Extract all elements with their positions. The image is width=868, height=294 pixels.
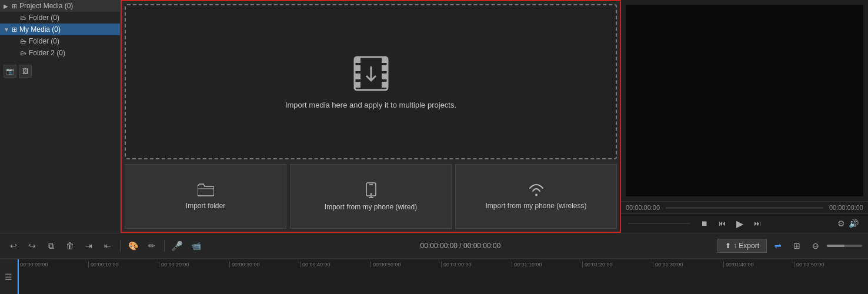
volume-icon[interactable]: 🔊 [849, 219, 859, 228]
image-icon[interactable]: 🖼 [19, 65, 32, 78]
backward-button[interactable]: ⇤ [100, 238, 115, 253]
import-phone-wireless-button[interactable]: Import from my phone (wireless) [455, 164, 617, 229]
color-button[interactable]: 🎨 [125, 238, 141, 253]
zoom-slider[interactable] [827, 245, 862, 247]
toolbar-time-display: 00:00:00:00 / 00:00:00:00 [420, 242, 501, 250]
import-phone-wired-label: Import from my phone (wired) [325, 203, 417, 211]
preview-screen [626, 5, 863, 196]
folder-icon: 🗁 [20, 38, 26, 45]
forward-button[interactable]: ⇥ [81, 238, 96, 253]
import-phone-wired-button[interactable]: Import from my phone (wired) [290, 164, 452, 229]
toolbar-separator-2 [164, 240, 165, 252]
tree-label: Folder 2 (0) [29, 49, 65, 57]
mic-button[interactable]: 🎤 [169, 238, 185, 253]
camera-toolbar-button[interactable]: 📹 [188, 238, 203, 253]
toolbar: ↩ ↪ ⧉ 🗑 ⇥ ⇤ 🎨 ✏ 🎤 📹 00:00:00:00 / 00:00:… [0, 233, 868, 259]
wifi-icon [528, 183, 545, 197]
export-button[interactable]: ⬆ ↑ Export [717, 239, 767, 253]
ruler-mark: 00:01:30:00 [653, 262, 723, 268]
timeline-cursor [18, 259, 19, 294]
ruler-mark: 00:01:10:00 [512, 262, 582, 268]
import-phone-wireless-label: Import from my phone (wireless) [485, 202, 586, 210]
tree-label: Folder (0) [29, 37, 59, 45]
import-dropzone[interactable]: Import media here and apply it to multip… [125, 4, 617, 159]
pencil-button[interactable]: ✏ [144, 238, 159, 253]
step-back-button[interactable]: ⏮ [716, 218, 728, 229]
svg-rect-8 [382, 82, 388, 88]
tree-label: My Media (0) [19, 25, 61, 34]
tree-item-folder-0[interactable]: ▶ 🗁 Folder (0) [0, 12, 120, 24]
svg-rect-1 [355, 57, 360, 63]
timeline: ☰ 00:00:00:0000:00:10:0000:00:20:0000:00… [0, 259, 868, 294]
ruler-mark: 00:01:20:00 [582, 262, 653, 268]
export-icon: ⬆ [725, 242, 731, 250]
import-folder-label: Import folder [186, 202, 225, 210]
settings-icon[interactable]: ⚙ [837, 219, 845, 228]
phone-wired-icon [364, 182, 378, 198]
zoom-out-button[interactable]: ⊖ [808, 238, 823, 253]
ruler-mark: 00:01:40:00 [723, 262, 794, 268]
menu-icon: ☰ [5, 272, 12, 282]
grid-view-button[interactable]: ⊞ [789, 238, 804, 253]
arrow-icon: ▶ [4, 3, 11, 9]
ruler-marks-container: 00:00:00:0000:00:10:0000:00:20:0000:00:3… [18, 259, 868, 294]
svg-point-11 [370, 193, 372, 195]
step-forward-button[interactable]: ⏭ [752, 218, 763, 229]
right-panel: 00:00:00:00 00:00:00:00 ⏹ ⏮ ▶ ⏭ ⚙ 🔊 [621, 0, 868, 233]
toolbar-separator-1 [120, 240, 121, 252]
undo-button[interactable]: ↩ [6, 238, 21, 253]
play-stop-button[interactable]: ⏹ [699, 218, 710, 229]
tree-label: Project Media (0) [19, 2, 73, 10]
play-button[interactable]: ▶ [734, 218, 746, 229]
film-import-icon [352, 55, 390, 92]
ruler-mark: 00:00:40:00 [300, 262, 370, 268]
tree-item-my-media[interactable]: ▼ ⊞ My Media (0) [0, 24, 120, 35]
toolbar-right: ⇌ ⊞ ⊖ [770, 238, 862, 253]
redo-button[interactable]: ↪ [25, 238, 40, 253]
ruler-mark: 00:00:30:00 [229, 262, 300, 268]
delete-button[interactable]: 🗑 [62, 238, 78, 253]
folder-open-icon [198, 183, 214, 197]
svg-rect-4 [355, 82, 360, 88]
ruler-mark: 00:00:00:00 [18, 262, 88, 268]
svg-rect-2 [355, 65, 360, 71]
svg-rect-5 [382, 57, 388, 63]
link-button[interactable]: ⇌ [770, 238, 786, 253]
tree-item-project-media[interactable]: ▶ ⊞ Project Media (0) [0, 0, 120, 12]
tree-item-folder-2[interactable]: ▶ 🗁 Folder 2 (0) [0, 47, 120, 59]
svg-point-15 [535, 194, 538, 196]
ruler-mark: 00:01:00:00 [441, 262, 512, 268]
folder-icon: 🗁 [20, 49, 26, 56]
preview-controls: ⏹ ⏮ ▶ ⏭ ⚙ 🔊 [621, 213, 868, 233]
main-area: ▶ ⊞ Project Media (0) ▶ 🗁 Folder (0) ▼ ⊞… [0, 0, 868, 233]
svg-rect-6 [382, 65, 388, 71]
import-folder-button[interactable]: Import folder [125, 164, 286, 229]
left-panel: ▶ ⊞ Project Media (0) ▶ 🗁 Folder (0) ▼ ⊞… [0, 0, 121, 233]
ruler-mark: 00:00:10:00 [88, 262, 159, 268]
timeline-handle[interactable]: ☰ [0, 259, 18, 294]
svg-rect-7 [382, 74, 388, 79]
camera-icon[interactable]: 📷 [4, 65, 16, 78]
ruler-mark: 00:00:20:00 [159, 262, 229, 268]
arrow-icon: ▼ [4, 26, 11, 33]
export-label: ↑ Export [733, 242, 759, 250]
grid-icon: ⊞ [12, 2, 17, 10]
copy-button[interactable]: ⧉ [44, 238, 59, 253]
preview-end-label: 00:00:00:00 [829, 204, 863, 211]
ruler-mark: 00:00:50:00 [370, 262, 441, 268]
timeline-ruler: 00:00:00:0000:00:10:0000:00:20:0000:00:3… [18, 259, 868, 294]
preview-time-label: 00:00:00:00 [626, 204, 660, 211]
tree-item-folder-1[interactable]: ▶ 🗁 Folder (0) [0, 35, 120, 47]
tree-label: Folder (0) [29, 14, 59, 22]
folder-icon: 🗁 [20, 14, 26, 21]
grid-icon: ⊞ [12, 26, 17, 34]
svg-rect-3 [355, 74, 360, 79]
sidebar-bottom-icons: 📷 🖼 [0, 61, 120, 81]
import-description: Import media here and apply it to multip… [285, 101, 456, 109]
ruler-mark: 00:01:50:00 [794, 262, 864, 268]
import-buttons-row: Import folder Import from my phone (wire… [125, 164, 617, 229]
